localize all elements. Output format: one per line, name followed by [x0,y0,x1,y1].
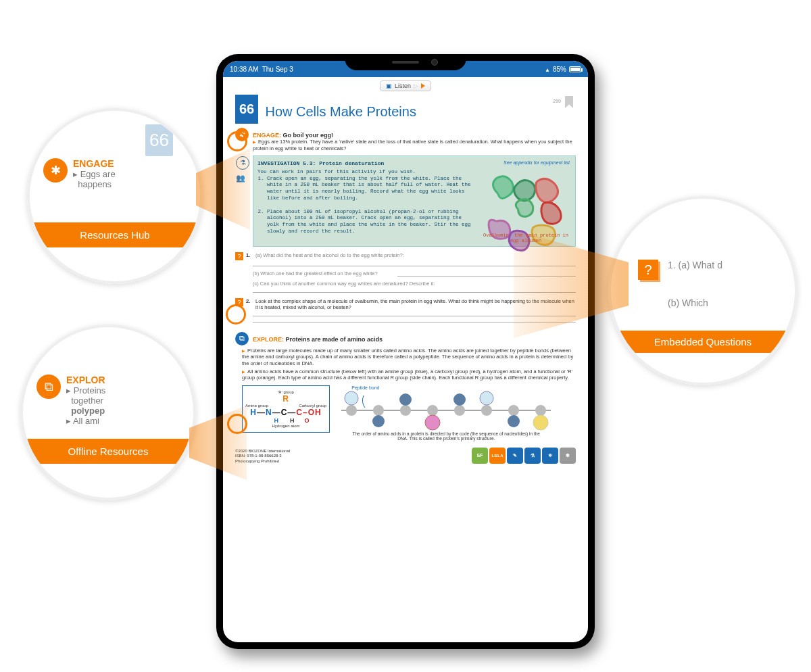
listen-toolbar: ▣Listen▷ [223,77,588,95]
callout-embedded-questions: ? 1. (a) What d (b) Which Embedded Quest… [608,196,797,385]
tablet-screen: 10:38 AM Thu Sep 3 85% ▣Listen▷ 299 66 H… [223,61,588,642]
tag-icon-3: ⚛ [542,448,558,464]
question-icon: ? [638,260,658,280]
svg-point-5 [400,405,411,416]
preview-body: ▸ Eggs are happens [73,169,116,189]
status-right: 85% [545,66,581,73]
preview-body: ▸ Proteins together polypep▸ All ami [66,385,105,426]
battery-icon [569,66,581,72]
question-icon[interactable]: ? [235,252,243,260]
engage-body: Eggs are 13% protein. They have a 'nativ… [253,139,576,151]
highlight-ring-q1 [226,304,246,325]
preview-q1: 1. (a) What d [668,260,722,270]
svg-point-1 [346,405,357,416]
tag-icon-4: ✱ [560,448,576,464]
bookmark-icon[interactable] [565,96,573,108]
callout-label: Offline Resources [23,439,193,464]
listen-button[interactable]: ▣Listen▷ [380,80,431,91]
play-icon [421,83,425,89]
callout-label: Resources Hub [30,222,200,247]
tag-ls1a: LS1.A [489,448,506,464]
svg-point-10 [453,393,466,406]
chapter-title: How Cells Make Proteins [265,104,416,120]
page-number: 299 [553,99,561,103]
tag-icon-2: ⚗ [524,448,541,464]
svg-point-4 [372,415,385,427]
q1-number: 1. [246,252,253,260]
callout-offline-resources: ⧉ EXPLOR ▸ Proteins together polypep▸ Al… [20,325,196,500]
tag-icon-1: ✎ [507,448,523,464]
status-left: 10:38 AM Thu Sep 3 [230,66,293,73]
callout-resources-hub: 66 ✱ ENGAGE ▸ Eggs are happens Resources… [27,108,203,284]
chapter-number: 66 [235,95,258,124]
callout-label: Embedded Questions [611,331,795,353]
tag-sf: SF [472,448,488,464]
investigation-panel: ⚗ 👥 INVESTIGATION 5.3: Protein denaturat… [253,155,576,247]
preview-head: EXPLOR [66,375,105,385]
standard-tags: SF LS1.A ✎ ⚗ ⚛ ✱ [472,448,576,464]
highlight-ring-engage [227,131,247,151]
connector-beam-3 [514,230,629,338]
peptide-caption: The order of amino acids in a protein is… [338,431,554,441]
svg-point-16 [533,415,548,430]
svg-point-8 [425,415,440,430]
hub-icon: ✱ [43,158,68,183]
explore-p2: All amino acids have a common structure … [242,368,576,381]
battery-percent: 85% [553,66,566,73]
wifi-icon [545,66,550,73]
appendix-link[interactable]: See appendix for equipment list. [503,160,571,165]
document-icon: ⧉ [36,375,61,399]
preview-head: ENGAGE [73,158,116,169]
preview-chapter-num: 66 [145,124,173,156]
engage-heading: ENGAGE: Go boil your egg! [253,132,576,139]
connector-beam-1 [196,149,250,230]
tablet-notch [345,54,466,70]
svg-point-15 [535,405,546,416]
investigation-title: INVESTIGATION 5.3: Protein denaturation [257,160,384,166]
tablet-frame: 10:38 AM Thu Sep 3 85% ▣Listen▷ 299 66 H… [216,54,595,649]
svg-point-3 [373,405,384,416]
textbook-page: 299 66 How Cells Make Proteins ENGAGE: G… [223,95,588,642]
peptide-chain-diagram: Peptide bond [338,385,554,441]
explore-p1: Proteins are large molecules made up of … [242,347,576,366]
highlight-ring-explore [227,414,247,434]
svg-point-12 [480,391,493,405]
svg-point-14 [508,415,520,427]
q2-number: 2. [246,298,253,310]
amino-acid-diagram: 'R' group R Amine groupCarboxyl group H—… [242,385,330,433]
explore-heading: EXPLORE: Proteins are made of amino acid… [253,336,576,343]
offline-resources-icon[interactable]: ⧉ [235,332,249,345]
preview-q2: (b) Which [668,297,722,308]
svg-point-13 [508,405,519,416]
svg-point-11 [481,405,492,416]
svg-point-6 [399,393,412,406]
svg-point-2 [345,391,358,405]
svg-point-9 [454,405,465,416]
svg-point-7 [427,405,438,416]
